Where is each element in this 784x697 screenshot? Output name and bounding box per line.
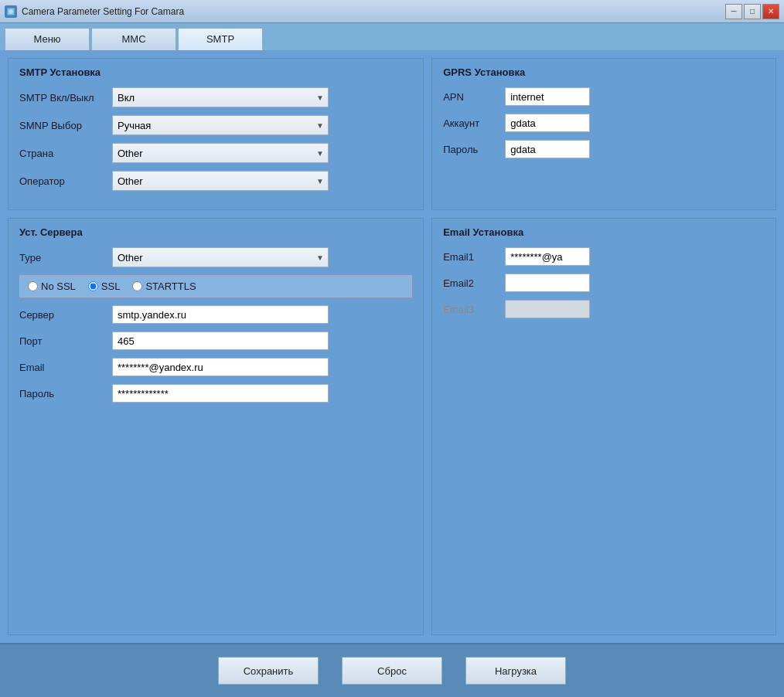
gprs-password-row: Пароль	[443, 140, 765, 158]
starttls-radio[interactable]	[132, 281, 142, 291]
server-host-row: Сервер	[19, 305, 412, 324]
gprs-password-input[interactable]	[505, 140, 590, 158]
server-panel-title: Уст. Сервера	[19, 226, 412, 238]
titlebar-left: Camera Parameter Setting For Camara	[5, 5, 184, 18]
smtp-onoff-label: SMTP Вкл/Выкл	[19, 92, 112, 104]
server-email-row: Email	[19, 358, 412, 376]
nossl-radio[interactable]	[28, 281, 38, 291]
server-port-input[interactable]	[112, 332, 329, 350]
gprs-panel: GPRS Установка APN Аккаунт Пароль	[431, 58, 776, 210]
email3-row: Email3	[443, 300, 765, 318]
server-panel: Уст. Сервера Type Other Gmail Yahoo Yand…	[8, 218, 424, 635]
smtp-country-select[interactable]: Other	[112, 143, 329, 163]
starttls-label: STARTTLS	[145, 280, 196, 292]
tab-smtp[interactable]: SMTP	[178, 28, 263, 50]
smtp-smnp-row: SMNP Выбор Ручная Авто	[19, 115, 412, 135]
server-type-label: Type	[19, 252, 112, 264]
smtp-onoff-select-wrapper: Вкл Выкл	[112, 87, 329, 107]
window: Camera Parameter Setting For Camara ─ □ …	[0, 0, 784, 697]
load-button[interactable]: Нагрузка	[465, 657, 566, 685]
smtp-panel: SMTP Установка SMTP Вкл/Выкл Вкл Выкл SM…	[8, 58, 424, 210]
smtp-country-select-wrapper: Other	[112, 143, 329, 163]
smtp-country-label: Страна	[19, 148, 112, 159]
server-password-row: Пароль	[19, 384, 412, 403]
ssl-radio[interactable]	[88, 281, 98, 291]
smtp-onoff-select[interactable]: Вкл Выкл	[112, 87, 329, 107]
server-type-row: Type Other Gmail Yahoo Yandex	[19, 247, 412, 267]
server-password-input[interactable]	[112, 384, 329, 403]
gprs-apn-row: APN	[443, 87, 765, 106]
restore-button[interactable]: □	[744, 4, 761, 19]
ssl-options-row: No SSL SSL STARTTLS	[19, 275, 412, 298]
server-email-input[interactable]	[112, 358, 329, 376]
server-type-select[interactable]: Other Gmail Yahoo Yandex	[112, 247, 329, 267]
email3-label: Email3	[443, 304, 505, 315]
email1-row: Email1	[443, 247, 765, 266]
gprs-password-label: Пароль	[443, 144, 505, 155]
content-area: SMTP Установка SMTP Вкл/Выкл Вкл Выкл SM…	[0, 50, 784, 643]
email2-label: Email2	[443, 277, 505, 289]
email-panel: Email Установка Email1 Email2 Email3	[431, 218, 776, 635]
tab-menu[interactable]: Меню	[5, 28, 90, 50]
email3-input	[505, 300, 590, 318]
smtp-smnp-label: SMNP Выбор	[19, 120, 112, 131]
svg-point-1	[9, 9, 13, 14]
server-host-label: Сервер	[19, 309, 112, 321]
starttls-option[interactable]: STARTTLS	[132, 280, 196, 292]
email1-label: Email1	[443, 251, 505, 263]
email2-input[interactable]	[505, 274, 590, 292]
reset-button[interactable]: Сброс	[342, 657, 442, 685]
smtp-operator-label: Оператор	[19, 175, 112, 187]
ssl-label: SSL	[101, 280, 121, 292]
save-button[interactable]: Сохранить	[218, 657, 319, 685]
email2-row: Email2	[443, 274, 765, 292]
tab-mmc[interactable]: MMC	[91, 28, 176, 50]
smtp-smnp-select[interactable]: Ручная Авто	[112, 115, 329, 135]
window-title: Camera Parameter Setting For Camara	[22, 6, 184, 17]
minimize-button[interactable]: ─	[725, 4, 742, 19]
server-host-input[interactable]	[112, 305, 329, 324]
tabs-bar: Меню MMC SMTP	[0, 23, 784, 50]
server-port-row: Порт	[19, 332, 412, 350]
smtp-operator-row: Оператор Other	[19, 171, 412, 191]
smtp-operator-select[interactable]: Other	[112, 171, 329, 191]
smtp-operator-select-wrapper: Other	[112, 171, 329, 191]
smtp-country-row: Страна Other	[19, 143, 412, 163]
server-port-label: Порт	[19, 335, 112, 347]
gprs-panel-title: GPRS Установка	[443, 66, 765, 78]
email-panel-title: Email Установка	[443, 226, 765, 238]
server-type-select-wrapper: Other Gmail Yahoo Yandex	[112, 247, 329, 267]
titlebar-buttons: ─ □ ✕	[725, 4, 779, 19]
footer-bar: Сохранить Сброс Нагрузка	[0, 643, 784, 697]
gprs-account-label: Аккаунт	[443, 117, 505, 129]
titlebar: Camera Parameter Setting For Camara ─ □ …	[0, 0, 784, 23]
gprs-account-input[interactable]	[505, 114, 590, 132]
gprs-apn-input[interactable]	[505, 87, 590, 106]
server-password-label: Пароль	[19, 388, 112, 400]
server-email-label: Email	[19, 362, 112, 373]
ssl-option[interactable]: SSL	[88, 280, 121, 292]
gprs-apn-label: APN	[443, 91, 505, 103]
close-button[interactable]: ✕	[762, 4, 779, 19]
gprs-account-row: Аккаунт	[443, 114, 765, 132]
smtp-panel-title: SMTP Установка	[19, 66, 412, 78]
top-panels: SMTP Установка SMTP Вкл/Выкл Вкл Выкл SM…	[8, 58, 776, 210]
smtp-smnp-select-wrapper: Ручная Авто	[112, 115, 329, 135]
app-icon	[5, 5, 17, 18]
bottom-panels: Уст. Сервера Type Other Gmail Yahoo Yand…	[8, 218, 776, 635]
nossl-label: No SSL	[41, 280, 76, 292]
nossl-option[interactable]: No SSL	[28, 280, 76, 292]
smtp-onoff-row: SMTP Вкл/Выкл Вкл Выкл	[19, 87, 412, 107]
email1-input[interactable]	[505, 247, 590, 266]
